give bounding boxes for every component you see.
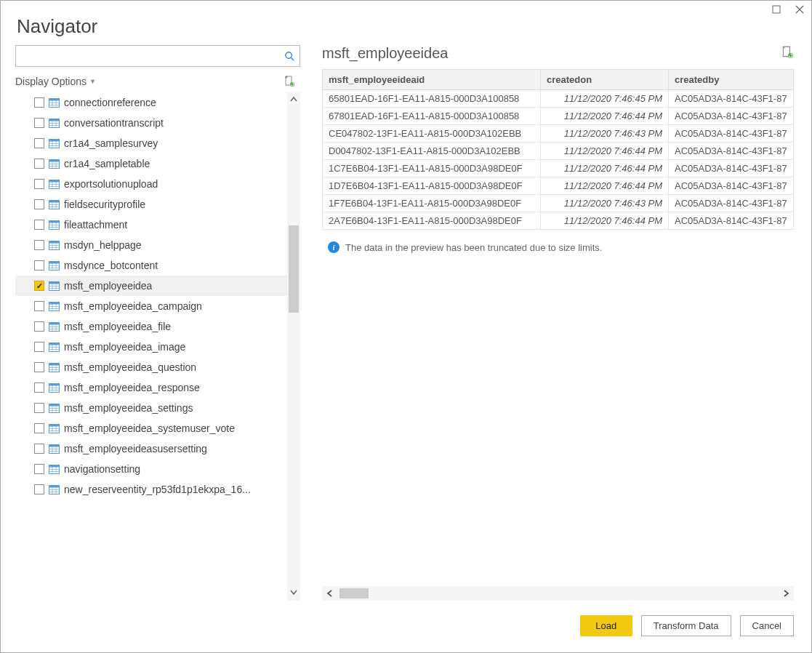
load-button[interactable]: Load bbox=[580, 615, 632, 636]
column-header[interactable]: msft_employeeideaid bbox=[323, 70, 541, 90]
tree-list: connectionreferenceconversationtranscrip… bbox=[15, 92, 287, 601]
tree-item[interactable]: new_reserveentity_rp53fd1p1ekxpa_16... bbox=[15, 479, 287, 500]
checkbox[interactable] bbox=[34, 484, 44, 494]
tree-item[interactable]: fileattachment bbox=[15, 215, 287, 235]
search-input[interactable] bbox=[16, 48, 279, 65]
svg-rect-97 bbox=[49, 404, 60, 406]
tree-item[interactable]: navigationsetting bbox=[15, 459, 287, 479]
tree-item[interactable]: connectionreference bbox=[15, 92, 287, 113]
tree-item[interactable]: msft_employeeideasusersetting bbox=[15, 438, 287, 459]
tree-item[interactable]: cr1a4_samplesurvey bbox=[15, 133, 287, 153]
checkbox[interactable] bbox=[34, 321, 44, 332]
maximize-button[interactable] bbox=[771, 4, 782, 15]
table-row[interactable]: D0047802-13F1-EA11-A815-000D3A102EBB11/1… bbox=[323, 143, 794, 160]
tree-item[interactable]: msft_employeeidea_settings bbox=[15, 398, 287, 418]
tree-item[interactable]: msft_employeeidea_campaign bbox=[15, 296, 287, 316]
scroll-up-arrow[interactable] bbox=[290, 95, 297, 105]
column-header[interactable]: createdon bbox=[541, 70, 669, 90]
right-panel: msft_employeeidea msft_employeeideaid cr… bbox=[300, 45, 811, 601]
svg-rect-103 bbox=[49, 424, 60, 426]
table-cell: 2A7E6B04-13F1-EA11-A815-000D3A98DE0F bbox=[323, 212, 541, 230]
refresh-tree-icon[interactable] bbox=[283, 75, 296, 88]
tree-item-label: msft_employeeidea_systemuser_vote bbox=[64, 422, 235, 434]
search-row bbox=[15, 45, 300, 67]
tree-item-label: msdynce_botcontent bbox=[64, 260, 158, 271]
checkbox[interactable] bbox=[34, 464, 44, 474]
tree-item[interactable]: exportsolutionupload bbox=[15, 174, 287, 194]
checkbox[interactable] bbox=[34, 362, 44, 372]
table-row[interactable]: 1C7E6B04-13F1-EA11-A815-000D3A98DE0F11/1… bbox=[323, 160, 794, 177]
preview-header: msft_employeeidea bbox=[322, 45, 794, 69]
chevron-down-icon: ▼ bbox=[89, 78, 96, 85]
table-cell: 11/12/2020 7:46:45 PM bbox=[541, 90, 669, 108]
column-header[interactable]: createdby bbox=[669, 70, 794, 90]
h-scroll-track[interactable] bbox=[339, 588, 776, 598]
checkbox[interactable] bbox=[34, 159, 44, 169]
table-row[interactable]: 65801EAD-16F1-EA11-A815-000D3A10085811/1… bbox=[323, 90, 794, 108]
table-icon bbox=[49, 281, 60, 291]
refresh-preview-icon[interactable] bbox=[781, 46, 794, 61]
table-cell: 1F7E6B04-13F1-EA11-A815-000D3A98DE0F bbox=[323, 195, 541, 212]
tree-item[interactable]: msft_employeeidea_systemuser_vote bbox=[15, 418, 287, 438]
close-button[interactable] bbox=[794, 4, 805, 15]
checkbox[interactable] bbox=[34, 199, 44, 209]
scroll-track[interactable] bbox=[289, 105, 299, 588]
table-row[interactable]: CE047802-13F1-EA11-A815-000D3A102EBB11/1… bbox=[323, 125, 794, 143]
page-title: Navigator bbox=[1, 1, 811, 45]
h-scroll-thumb[interactable] bbox=[339, 588, 369, 598]
table-icon bbox=[49, 98, 60, 108]
table-cell: AC05AD3A-814C-43F1-87 bbox=[669, 125, 794, 143]
scroll-right-arrow[interactable] bbox=[779, 588, 792, 599]
checkbox[interactable] bbox=[34, 220, 44, 230]
table-cell: 11/12/2020 7:46:44 PM bbox=[541, 177, 669, 195]
tree-item[interactable]: msft_employeeidea_image bbox=[15, 337, 287, 357]
checkbox[interactable] bbox=[34, 179, 44, 189]
search-icon[interactable] bbox=[279, 51, 300, 62]
checkbox[interactable] bbox=[34, 423, 44, 433]
tree-item-label: msft_employeeidea_campaign bbox=[64, 300, 202, 312]
checkbox[interactable] bbox=[34, 240, 44, 250]
checkbox[interactable] bbox=[34, 444, 44, 454]
table-cell: AC05AD3A-814C-43F1-87 bbox=[669, 90, 794, 108]
checkbox[interactable] bbox=[34, 138, 44, 148]
svg-rect-67 bbox=[49, 302, 60, 304]
svg-point-3 bbox=[285, 52, 291, 57]
navigator-window: Navigator Display Options ▼ connec bbox=[0, 0, 812, 653]
cancel-button[interactable]: Cancel bbox=[740, 615, 794, 636]
transform-data-button[interactable]: Transform Data bbox=[641, 615, 731, 636]
checkbox[interactable] bbox=[34, 97, 44, 108]
tree-vertical-scrollbar[interactable] bbox=[287, 92, 300, 601]
display-options-row: Display Options ▼ bbox=[15, 73, 300, 92]
svg-rect-55 bbox=[49, 261, 60, 263]
tree-item[interactable]: conversationtranscript bbox=[15, 113, 287, 133]
scroll-down-arrow[interactable] bbox=[290, 588, 297, 598]
tree-item-label: new_reserveentity_rp53fd1p1ekxpa_16... bbox=[64, 484, 251, 495]
checkbox[interactable] bbox=[34, 260, 44, 271]
checkbox[interactable] bbox=[34, 382, 44, 393]
tree-item[interactable]: msdynce_botcontent bbox=[15, 255, 287, 276]
scroll-left-arrow[interactable] bbox=[323, 588, 337, 599]
display-options-dropdown[interactable]: Display Options ▼ bbox=[15, 76, 96, 87]
checkbox[interactable] bbox=[34, 403, 44, 413]
tree-item[interactable]: msft_employeeidea_response bbox=[15, 377, 287, 398]
tree-item[interactable]: ✓msft_employeeidea bbox=[15, 276, 287, 296]
table-row[interactable]: 1F7E6B04-13F1-EA11-A815-000D3A98DE0F11/1… bbox=[323, 195, 794, 212]
table-row[interactable]: 1D7E6B04-13F1-EA11-A815-000D3A98DE0F11/1… bbox=[323, 177, 794, 195]
checkbox[interactable] bbox=[34, 118, 44, 128]
main-content: Display Options ▼ connectionreferencecon… bbox=[1, 45, 811, 601]
checkbox[interactable] bbox=[34, 301, 44, 311]
tree-item[interactable]: fieldsecurityprofile bbox=[15, 194, 287, 215]
checkbox[interactable]: ✓ bbox=[34, 281, 44, 291]
svg-rect-61 bbox=[49, 281, 60, 284]
checkbox[interactable] bbox=[34, 342, 44, 352]
tree-item[interactable]: msft_employeeidea_question bbox=[15, 357, 287, 377]
table-icon bbox=[49, 424, 60, 433]
table-cell: AC05AD3A-814C-43F1-87 bbox=[669, 177, 794, 195]
scroll-thumb[interactable] bbox=[289, 225, 299, 313]
tree-item[interactable]: msdyn_helppage bbox=[15, 235, 287, 255]
tree-item[interactable]: msft_employeeidea_file bbox=[15, 316, 287, 337]
preview-horizontal-scrollbar[interactable] bbox=[322, 586, 794, 601]
table-row[interactable]: 2A7E6B04-13F1-EA11-A815-000D3A98DE0F11/1… bbox=[323, 212, 794, 230]
table-row[interactable]: 67801EAD-16F1-EA11-A815-000D3A10085811/1… bbox=[323, 108, 794, 125]
tree-item[interactable]: cr1a4_sampletable bbox=[15, 153, 287, 174]
